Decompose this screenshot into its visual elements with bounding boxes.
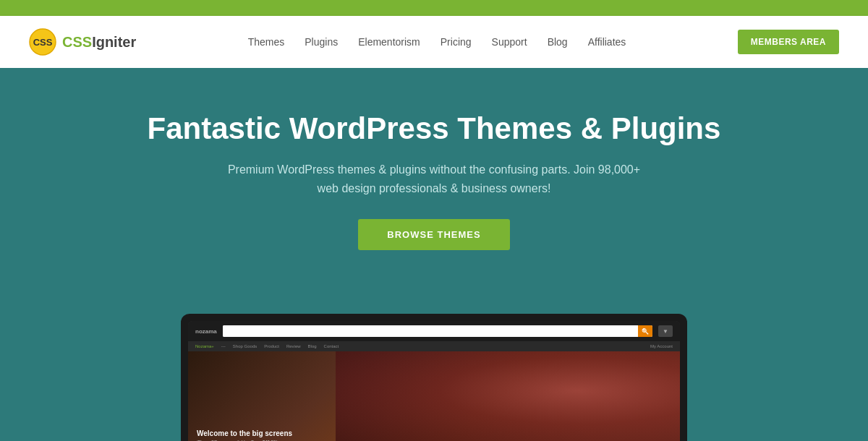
- hero-section: Fantastic WordPress Themes & Plugins Pre…: [0, 68, 868, 307]
- mini-hero-heading: Welcome to the big screens: [197, 429, 292, 437]
- mini-nav-shopgoods: Shop Goods: [233, 344, 257, 348]
- logo-icon: CSS: [29, 28, 56, 56]
- members-area-button[interactable]: MEMBERS AREA: [738, 30, 839, 54]
- site-header: CSS CSSIgniter Themes Plugins Elementori…: [0, 16, 868, 68]
- nav-plugins-link[interactable]: Plugins: [305, 36, 338, 48]
- nav-elementorism-link[interactable]: Elementorism: [358, 36, 420, 48]
- mini-logo: nozama: [195, 328, 217, 335]
- mini-nav-product: Product: [264, 344, 279, 348]
- hero-heading: Fantastic WordPress Themes & Plugins: [148, 111, 721, 146]
- mini-site-nav: Nozama+ --- Shop Goods Product Review Bl…: [188, 341, 680, 351]
- mini-cart-icon: ▼: [658, 325, 673, 337]
- logo[interactable]: CSS CSSIgniter: [29, 28, 136, 56]
- svg-text:CSS: CSS: [33, 37, 53, 48]
- mini-nav-sep: ---: [221, 344, 226, 348]
- mini-website: nozama ▼ Nozama+ --- Shop Goods Product …: [188, 321, 680, 441]
- nav-affiliates-link[interactable]: Affiliates: [588, 36, 626, 48]
- mockup-section: nozama ▼ Nozama+ --- Shop Goods Product …: [0, 307, 868, 441]
- mini-hero-text-block: Welcome to the big screens iPhone 8G+ no…: [197, 429, 292, 441]
- mini-nav-nozama: Nozama+: [195, 344, 214, 348]
- mini-hero-area: Welcome to the big screens iPhone 8G+ no…: [188, 351, 680, 441]
- mini-nav-contact: Contact: [324, 344, 339, 348]
- laptop-mockup: nozama ▼ Nozama+ --- Shop Goods Product …: [181, 314, 687, 441]
- mini-nav-account: My Account: [650, 344, 673, 348]
- nav-themes-link[interactable]: Themes: [248, 36, 285, 48]
- mini-nav-review: Review: [286, 344, 301, 348]
- nav-pricing-link[interactable]: Pricing: [441, 36, 472, 48]
- mini-hero-background: [336, 351, 680, 441]
- hero-subtext: Premium WordPress themes & plugins witho…: [217, 160, 651, 197]
- mini-search-bar: [223, 325, 652, 337]
- main-nav: Themes Plugins Elementorism Pricing Supp…: [248, 35, 626, 48]
- nav-blog-link[interactable]: Blog: [548, 36, 568, 48]
- mini-search-button: [638, 325, 652, 337]
- browse-themes-button[interactable]: BROWSE THEMES: [358, 219, 509, 250]
- laptop-screen: nozama ▼ Nozama+ --- Shop Goods Product …: [188, 321, 680, 441]
- nav-support-link[interactable]: Support: [492, 36, 527, 48]
- mini-site-header: nozama ▼: [188, 321, 680, 341]
- logo-text: CSSIgniter: [62, 34, 136, 51]
- top-bar: [0, 0, 868, 16]
- mini-nav-blog: Blog: [308, 344, 317, 348]
- mini-search-input-area: [223, 325, 638, 337]
